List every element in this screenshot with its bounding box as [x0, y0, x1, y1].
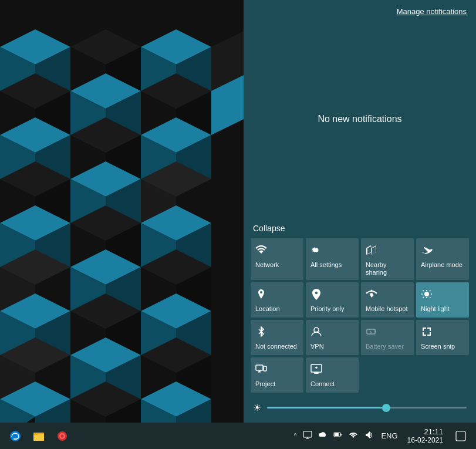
manage-notifications-link[interactable]: Manage notifications: [244, 0, 476, 21]
svg-rect-90: [256, 365, 263, 370]
tray-icon-monitor[interactable]: [301, 429, 314, 443]
brightness-row: ☀: [244, 397, 476, 423]
notifications-area: No new notifications: [244, 21, 476, 218]
tile-airplane-mode[interactable]: Airplane mode: [416, 238, 469, 280]
tray-icon-battery[interactable]: [332, 429, 345, 443]
mobile-hotspot-icon: [366, 288, 377, 302]
svg-point-84: [371, 290, 373, 292]
wallpaper: [0, 0, 244, 423]
network-label: Network: [255, 261, 279, 269]
svg-rect-106: [335, 433, 339, 436]
connect-icon: [310, 363, 322, 377]
tile-project[interactable]: Project: [251, 357, 303, 393]
tile-night-light[interactable]: Night light: [416, 282, 469, 318]
screen-snip-label: Screen snip: [421, 343, 455, 350]
battery-saver-label: Battery saver: [366, 343, 404, 350]
collapse-button[interactable]: Collapse: [253, 224, 285, 233]
tile-not-connected[interactable]: Not connected: [251, 320, 303, 355]
tray-chevron[interactable]: ^: [293, 431, 298, 440]
airplane-mode-label: Airplane mode: [421, 261, 463, 269]
svg-rect-98: [33, 433, 38, 435]
connect-label: Connect: [310, 380, 335, 388]
svg-point-101: [61, 434, 64, 437]
vpn-icon: [310, 326, 322, 339]
tile-network[interactable]: Network: [251, 238, 303, 280]
mobile-hotspot-label: Mobile hotspot: [366, 305, 408, 313]
svg-rect-102: [303, 431, 312, 437]
nearby-sharing-label: Nearby sharing: [366, 261, 409, 276]
tile-battery-saver[interactable]: Battery saver: [361, 320, 414, 355]
taskbar-right: ^: [288, 426, 476, 447]
taskbar-lang[interactable]: ENG: [379, 430, 400, 441]
tray-icon-network[interactable]: [347, 429, 360, 443]
tile-nearby-sharing[interactable]: Nearby sharing: [361, 238, 414, 280]
collapse-section: Collapse: [244, 218, 476, 236]
svg-point-92: [265, 370, 265, 371]
system-tray: [301, 429, 375, 443]
taskbar-notification-button[interactable]: [450, 426, 471, 447]
tile-mobile-hotspot[interactable]: Mobile hotspot: [361, 282, 414, 318]
tile-screen-snip[interactable]: Screen snip: [416, 320, 469, 355]
tile-vpn[interactable]: VPN: [306, 320, 359, 355]
taskbar-app-3[interactable]: [52, 426, 73, 447]
battery-saver-icon: [366, 326, 377, 339]
night-light-icon: [421, 288, 433, 302]
all-settings-icon: [310, 244, 322, 258]
taskbar: ^: [0, 423, 476, 449]
location-label: Location: [255, 305, 280, 313]
quick-actions-grid: Network All settings Nearby sharing: [244, 236, 476, 397]
clock-time: 21:11: [424, 427, 443, 437]
not-connected-label: Not connected: [255, 343, 297, 350]
clock-date: 16-02-2021: [407, 436, 443, 444]
svg-rect-97: [33, 434, 44, 441]
taskbar-app-edge[interactable]: [5, 426, 26, 447]
svg-point-85: [424, 292, 429, 296]
brightness-slider[interactable]: [267, 407, 467, 409]
bluetooth-icon: [255, 326, 267, 339]
all-settings-label: All settings: [310, 261, 342, 269]
vpn-label: VPN: [310, 343, 324, 350]
no-notifications-label: No new notifications: [318, 114, 401, 124]
night-light-label: Night light: [421, 305, 450, 313]
tray-icon-volume[interactable]: [362, 429, 375, 443]
tile-location[interactable]: Location: [251, 282, 303, 318]
screen-snip-icon: [421, 326, 433, 339]
tile-all-settings[interactable]: All settings: [306, 238, 359, 280]
network-icon: [255, 244, 267, 258]
airplane-mode-icon: [421, 244, 433, 258]
action-center: Manage notifications No new notification…: [244, 0, 476, 423]
svg-rect-108: [456, 431, 465, 441]
priority-only-icon: [310, 288, 322, 302]
location-icon: [255, 288, 267, 302]
tile-priority-only[interactable]: Priority only: [306, 282, 359, 318]
clock-area[interactable]: 21:11 16-02-2021: [404, 426, 447, 446]
taskbar-app-file-explorer[interactable]: [28, 426, 49, 447]
nearby-sharing-icon: [366, 244, 377, 258]
taskbar-left: [0, 426, 77, 447]
tile-connect[interactable]: Connect: [306, 357, 359, 393]
svg-rect-89: [375, 331, 376, 333]
project-icon: [255, 363, 267, 377]
svg-rect-107: [340, 434, 342, 436]
tray-icon-cloud[interactable]: [316, 429, 329, 443]
project-label: Project: [255, 380, 275, 388]
brightness-icon: ☀: [253, 402, 261, 413]
priority-only-label: Priority only: [310, 305, 344, 313]
